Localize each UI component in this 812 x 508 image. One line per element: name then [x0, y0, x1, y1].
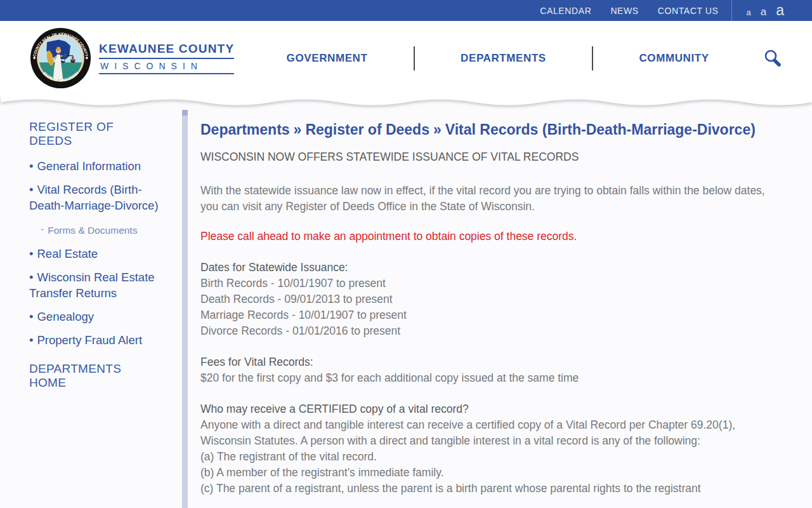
bullet-icon: • [29, 183, 33, 196]
page-subheading: WISCONSIN NOW OFFERS STATEWIDE ISSUANCE … [200, 149, 784, 165]
appointment-alert-text: Please call ahead to make an appointment… [200, 229, 784, 244]
site-header: COUNTY SEAL OF KEWAUNEE COUNTY STATE OF … [0, 21, 812, 95]
text-size-medium-button[interactable]: a [761, 6, 766, 17]
bullet-icon: • [29, 159, 33, 173]
site-subtitle: WISCONSIN [99, 59, 234, 74]
sidebar-item-property-fraud-alert[interactable]: •Property Fraud Alert [29, 332, 159, 348]
who-item-c: (c) The parent of a registrant, unless t… [200, 481, 784, 497]
fees-line: $20 for the first copy and $3 for each a… [200, 370, 784, 386]
breadcrumb-separator: » [294, 121, 302, 138]
breadcrumb-register-of-deeds[interactable]: Register of Deeds [305, 121, 429, 138]
county-seal-logo[interactable]: COUNTY SEAL OF KEWAUNEE COUNTY STATE OF … [30, 27, 91, 89]
who-item-b: (b) A member of the registrant’s immedia… [200, 465, 784, 481]
sidebar-item-general-information[interactable]: •General Information [29, 158, 159, 174]
sidebar-item-vital-records[interactable]: •Vital Records (Birth-Death-Marriage-Div… [29, 182, 159, 213]
who-may-receive-section: Who may receive a CERTIFIED copy of a vi… [200, 401, 784, 497]
sidebar-divider-bar [182, 110, 188, 508]
search-icon [762, 48, 783, 69]
text-size-large-button[interactable]: a [776, 3, 784, 18]
fees-section: Fees for Vital Records: $20 for the firs… [200, 354, 784, 386]
sidebar: REGISTER OF DEEDS •General Information •… [0, 110, 182, 508]
breadcrumb-departments[interactable]: Departments [200, 121, 290, 138]
dash-icon: - [41, 224, 44, 234]
bullet-icon: • [29, 310, 33, 323]
divorce-records-line: Divorce Records - 01/01/2016 to present [200, 323, 784, 339]
nav-community[interactable]: COMMUNITY [639, 52, 709, 65]
nav-divider [414, 46, 415, 70]
text-size-controls: a a a [737, 3, 785, 18]
death-records-line: Death Records - 09/01/2013 to present [200, 291, 784, 307]
statewide-issuance-dates: Dates for Statewide Issuance: Birth Reco… [200, 260, 784, 339]
dates-heading: Dates for Statewide Issuance: [200, 260, 784, 276]
sidebar-item-real-estate[interactable]: •Real Estate [29, 246, 159, 262]
marriage-records-line: Marriage Records - 10/01/1907 to present [200, 307, 784, 323]
intro-paragraph: With the statewide issuance law now in e… [200, 183, 784, 215]
nav-divider [592, 46, 593, 70]
site-title-link[interactable]: KEWAUNEE COUNTY WISCONSIN [99, 42, 234, 74]
bullet-icon: • [29, 333, 33, 347]
sidebar-item-genealogy[interactable]: •Genealogy [29, 309, 159, 324]
who-paragraph: Anyone with a direct and tangible intere… [200, 417, 784, 449]
breadcrumb-vital-records[interactable]: Vital Records (Birth-Death-Marriage-Divo… [445, 121, 756, 138]
bullet-icon: • [29, 247, 33, 260]
sidebar-item-transfer-returns[interactable]: •Wisconsin Real Estate Transfer Returns [29, 269, 159, 301]
nav-government[interactable]: GOVERNMENT [287, 52, 368, 65]
bullet-icon: • [29, 271, 33, 284]
who-heading: Who may receive a CERTIFIED copy of a vi… [200, 401, 784, 417]
utility-bar: CALENDAR NEWS CONTACT US a a a [0, 0, 812, 21]
fees-heading: Fees for Vital Records: [200, 354, 784, 370]
topbar-divider [731, 0, 732, 21]
breadcrumb-separator: » [433, 121, 442, 138]
search-button[interactable] [761, 47, 784, 70]
sidebar-section-title[interactable]: REGISTER OF DEEDS [29, 120, 159, 148]
nav-departments[interactable]: DEPARTMENTS [461, 52, 546, 65]
breadcrumb: Departments»Register of Deeds»Vital Reco… [200, 120, 784, 139]
sidebar-subitem-forms-documents[interactable]: -Forms & Documents [41, 222, 159, 237]
main-content: Departments»Register of Deeds»Vital Reco… [188, 110, 812, 508]
news-link[interactable]: NEWS [610, 6, 638, 16]
wave-divider [0, 93, 812, 110]
page-content: REGISTER OF DEEDS •General Information •… [0, 110, 812, 508]
who-item-a: (a) The registrant of the vital record. [200, 449, 784, 465]
main-navigation: GOVERNMENT DEPARTMENTS COMMUNITY [240, 46, 755, 70]
contact-us-link[interactable]: CONTACT US [658, 6, 719, 16]
calendar-link[interactable]: CALENDAR [540, 6, 591, 16]
sidebar-departments-home-link[interactable]: DEPARTMENTS HOME [29, 362, 159, 390]
site-title: KEWAUNEE COUNTY [99, 42, 234, 59]
birth-records-line: Birth Records - 10/01/1907 to present [200, 276, 784, 291]
text-size-small-button[interactable]: a [747, 8, 751, 17]
